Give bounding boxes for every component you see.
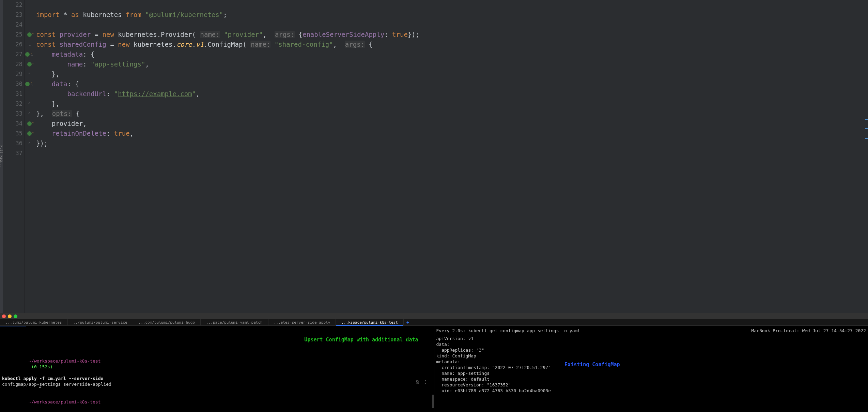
- yaml-line: appReplicas: "3": [436, 347, 551, 353]
- terminal-tab[interactable]: ...pace/pulumi-yaml-patch: [201, 319, 268, 325]
- right-banner: Existing ConfigMap: [564, 362, 620, 368]
- line-number: 29: [3, 69, 22, 79]
- watch-host-time: MacBook-Pro.local: Wed Jul 27 14:54:27 2…: [751, 328, 866, 334]
- zoom-dot-icon[interactable]: [14, 314, 17, 318]
- mouse-cursor-icon: ⌖: [35, 384, 44, 390]
- gutter-hint: ↑: [25, 119, 34, 129]
- terminal-right-pane[interactable]: Every 2.0s: kubectl get configmap app-se…: [434, 326, 868, 412]
- hint-icon: ↑: [27, 131, 32, 136]
- line-number: 22: [3, 0, 22, 10]
- hint-icon: ↑: [27, 121, 32, 126]
- yaml-line: creationTimestamp: "2022-07-27T20:51:29Z…: [436, 365, 551, 370]
- code-line[interactable]: },: [36, 69, 868, 79]
- fold-end-icon: ⌃: [28, 112, 30, 116]
- terminal-window: ...lumi/pulumi-kubernetes../pulumi/pulum…: [0, 313, 868, 412]
- yaml-line: uid: e03bf788-a372-4763-b330-ba2d4ba0903…: [436, 388, 551, 394]
- hint-icon: ↑: [25, 52, 30, 57]
- fold-end-icon: ⌃: [28, 102, 30, 106]
- left-banner: Upsert ConfigMap with additional data: [2, 337, 432, 343]
- minimize-dot-icon[interactable]: [8, 314, 12, 318]
- yaml-line: apiVersion: v1: [436, 336, 551, 341]
- prompt-cwd-2: ~/workspace/pulumi-k8s-test: [29, 399, 100, 404]
- code-line[interactable]: const sharedConfig = new kubernetes.core…: [36, 40, 868, 49]
- gutter-hint: ↑: [25, 59, 34, 69]
- scrollbar-thumb[interactable]: [432, 395, 434, 408]
- code-line[interactable]: import * as kubernetes from "@pulumi/kub…: [36, 10, 868, 20]
- fold-end-icon: ⌃: [28, 72, 30, 77]
- yaml-line: data:: [436, 341, 551, 347]
- terminal-tab[interactable]: ../pulumi/pulumi-service: [68, 319, 133, 325]
- terminal-titlebar: [0, 313, 868, 319]
- prompt-timing-value: (0.152s): [31, 364, 53, 369]
- fold-icon: [29, 42, 31, 47]
- close-dot-icon[interactable]: [2, 314, 6, 318]
- code-line[interactable]: provider,: [36, 119, 868, 129]
- code-line[interactable]: backendUrl: "https://example.com",: [36, 89, 868, 99]
- terminal-tab[interactable]: ...etes-server-side-apply: [268, 319, 336, 325]
- terminal-tab[interactable]: ...lumi/pulumi-kubernetes: [0, 319, 68, 325]
- more-icon[interactable]: ⋮: [423, 379, 428, 385]
- yaml-line: metadata:: [436, 359, 551, 365]
- terminal-left-pane[interactable]: Upsert ConfigMap with additional data ⎘ …: [0, 326, 434, 412]
- code-line[interactable]: [36, 148, 868, 158]
- yaml-line: resourceVersion: "1637352": [436, 382, 551, 388]
- hint-icon: ↑: [27, 32, 32, 37]
- line-number: 35: [3, 129, 22, 138]
- line-number: 32: [3, 99, 22, 109]
- yaml-line: name: app-settings: [436, 370, 551, 376]
- code-line[interactable]: name: "app-settings",: [36, 59, 868, 69]
- gutter-hint: ↑: [25, 30, 34, 40]
- editor-scroll-markers: [864, 0, 868, 313]
- yaml-output: apiVersion: v1data: appReplicas: "3"kind…: [436, 336, 551, 394]
- typed-command: kubectl apply -f cm.yaml --server-side: [2, 376, 432, 381]
- add-tab-button[interactable]: +: [404, 319, 412, 325]
- hint-icon: ↑: [25, 82, 30, 86]
- code-line[interactable]: }, opts: {: [36, 109, 868, 119]
- gutter-hint: ↑: [25, 49, 34, 59]
- line-number: 24: [3, 20, 22, 30]
- code-line[interactable]: });: [36, 138, 868, 148]
- line-number-gutter: 22232425262728293031323334353637: [3, 0, 25, 313]
- line-number: 25: [3, 30, 22, 40]
- yaml-line: kind: ConfigMap: [436, 353, 551, 359]
- hint-icon: ↑: [27, 62, 32, 67]
- terminal-tab[interactable]: ...com/pulumi/pulumi-hugo: [133, 319, 201, 325]
- gutter-marks: ↑↑↑⌃↑⌃⌃↑↑⌃: [25, 0, 34, 313]
- gutter-hint: ↑: [25, 129, 34, 138]
- code-line[interactable]: retainOnDelete: true,: [36, 129, 868, 138]
- terminal-tabs: ...lumi/pulumi-kubernetes../pulumi/pulum…: [0, 319, 868, 326]
- command-output: configmap/app-settings serverside-applie…: [2, 381, 432, 387]
- code-line[interactable]: [36, 20, 868, 30]
- line-number: 28: [3, 59, 22, 69]
- yaml-line: namespace: default: [436, 376, 551, 382]
- prompt-timing: [29, 364, 31, 369]
- bookmark-icon[interactable]: ⎘: [416, 379, 419, 385]
- gutter-hint: ↑: [25, 79, 34, 89]
- fold-end-icon: ⌃: [28, 141, 30, 146]
- terminal-tab[interactable]: ...kspace/pulumi-k8s-test: [336, 319, 404, 325]
- line-number: 33: [3, 109, 22, 119]
- line-number: 36: [3, 138, 22, 148]
- line-number: 23: [3, 10, 22, 20]
- code-line[interactable]: data: {: [36, 79, 868, 89]
- line-number: 30: [3, 79, 22, 89]
- line-number: 37: [3, 148, 22, 158]
- line-number: 34: [3, 119, 22, 129]
- left-tool-strip[interactable]: Pull Req...: [0, 0, 3, 313]
- code-line[interactable]: const provider = new kubernetes.Provider…: [36, 30, 868, 40]
- line-number: 27: [3, 49, 22, 59]
- code-line[interactable]: [36, 0, 868, 10]
- line-number: 31: [3, 89, 22, 99]
- line-number: 26: [3, 40, 22, 49]
- code-line[interactable]: },: [36, 99, 868, 109]
- code-line[interactable]: metadata: {: [36, 49, 868, 59]
- code-editor[interactable]: Pull Req... 2223242526272829303132333435…: [0, 0, 868, 313]
- watch-command: Every 2.0s: kubectl get configmap app-se…: [436, 328, 580, 334]
- code-area[interactable]: import * as kubernetes from "@pulumi/kub…: [34, 0, 868, 313]
- prompt-cwd: ~/workspace/pulumi-k8s-test: [29, 358, 100, 364]
